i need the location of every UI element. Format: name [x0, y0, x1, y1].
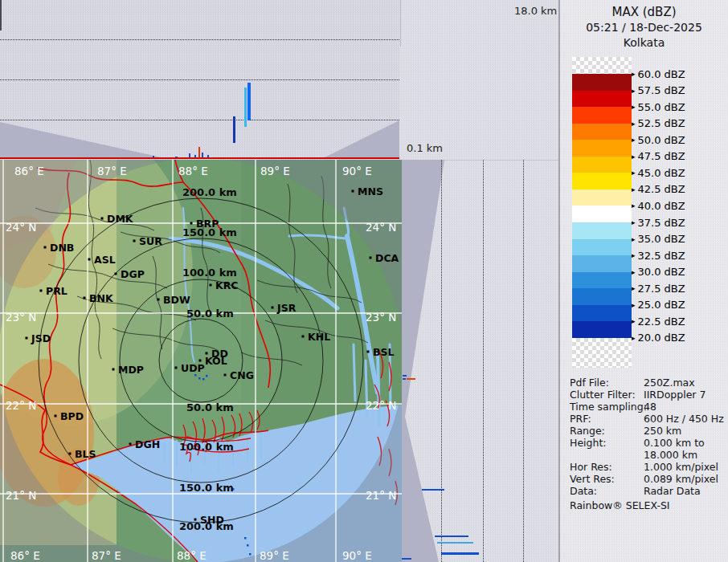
colorbar-label: ▸45.0 dBZ	[632, 166, 685, 179]
graticule-label: 21° N	[366, 489, 396, 502]
profile-baseline	[0, 157, 399, 159]
echo-bar	[403, 375, 407, 377]
colorbar-label: ▸60.0 dBZ	[632, 67, 685, 80]
graticule-label: 86° E	[14, 165, 44, 177]
city-marker	[55, 415, 57, 417]
city-marker	[175, 367, 178, 369]
colorbar-label-text: 60.0 dBZ	[638, 68, 685, 80]
colorbar-label-text: 50.0 dBZ	[638, 134, 685, 146]
city-marker	[26, 337, 28, 340]
colorbar-label-text: 35.0 dBZ	[638, 233, 685, 245]
colorbar-block	[572, 189, 632, 206]
city-label: BDW	[163, 294, 190, 306]
tick-arrow-icon: ▸	[632, 87, 636, 95]
colorbar-label: ▸57.5 dBZ	[632, 84, 685, 97]
city-marker	[88, 259, 91, 261]
city-label: BRP	[196, 218, 219, 230]
metadata-value: 250 km	[644, 425, 681, 437]
metadata-row: Data:Radar Data	[570, 485, 726, 497]
city-marker	[84, 297, 86, 299]
city-marker	[367, 351, 370, 353]
brand-label: Rainbow® SELEX-SI	[570, 499, 670, 511]
city-marker	[272, 307, 274, 309]
colorbar-block	[572, 288, 632, 305]
range-ring-label: 200.0 km	[182, 186, 237, 198]
range-limit-wedge-left	[0, 120, 169, 159]
colorbar-label-text: 57.5 dBZ	[638, 84, 685, 96]
top-height-profile-panel	[0, 0, 399, 160]
metadata-label: Range:	[570, 425, 644, 437]
metadata-label: Pdf File:	[570, 377, 644, 389]
tick-arrow-icon: ▸	[632, 70, 636, 78]
product-datetime: 05:21 / 18-Dec-2025	[560, 21, 728, 34]
echo-bar	[198, 147, 200, 157]
echo-bar	[403, 378, 406, 380]
profile-gridline	[483, 160, 484, 562]
colorbar-label: ▸52.5 dBZ	[632, 117, 685, 130]
metadata-row: Time sampling:48	[570, 401, 726, 413]
colorbar-label-text: 47.5 dBZ	[638, 150, 685, 162]
colorbar-label-text: 25.0 dBZ	[638, 299, 685, 311]
metadata-value: 0.089 km/pixel	[644, 473, 718, 485]
legend-panel: MAX (dBZ) 05:21 / 18-Dec-2025 Kolkata ▸6…	[560, 0, 728, 562]
metadata-row: Height:0.100 km to	[570, 437, 726, 449]
colorbar-label: ▸30.0 dBZ	[632, 266, 685, 279]
metadata-value: Radar Data	[644, 485, 701, 497]
city-marker	[190, 222, 193, 225]
colorbar-block	[572, 321, 632, 338]
height-axis-tick	[0, 0, 2, 31]
graticule-label: 88° E	[178, 165, 208, 177]
city-label: ASL	[94, 254, 116, 266]
colorbar-block	[572, 107, 632, 124]
colorbar-block	[572, 206, 632, 222]
tick-arrow-icon: ▸	[632, 235, 636, 243]
echo-bar	[441, 552, 479, 555]
city-label: MDP	[118, 364, 144, 376]
colorbar-label: ▸47.5 dBZ	[632, 150, 685, 163]
product-title: MAX (dBZ)	[560, 5, 728, 19]
colorbar-label-text: 45.0 dBZ	[638, 167, 685, 179]
metadata-value: 250Z.max	[644, 377, 695, 389]
echo-speck	[202, 378, 205, 381]
colorbar-block	[572, 272, 632, 289]
graticule-label: 22° N	[6, 399, 36, 412]
metadata-value: IIRDoppler 7	[644, 389, 706, 401]
city-label: DMK	[107, 213, 134, 225]
colorbar-label-text: 22.5 dBZ	[638, 316, 685, 328]
city-label: MNS	[358, 185, 383, 198]
metadata-row: Pdf File:250Z.max	[570, 377, 726, 389]
colorbar-block	[572, 239, 632, 256]
colorbar-checker-top	[572, 57, 632, 74]
graticule-label: 88° E	[177, 549, 207, 562]
range-ring-label: 50.0 km	[186, 401, 234, 413]
colorbar-label: ▸50.0 dBZ	[632, 133, 685, 146]
range-limit-wedge-right	[321, 119, 399, 159]
tick-arrow-icon: ▸	[632, 202, 636, 210]
tick-arrow-icon: ▸	[632, 169, 636, 177]
range-ring-label: 50.0 km	[186, 307, 234, 320]
tick-arrow-icon: ▸	[632, 218, 636, 226]
echo-bar	[244, 88, 247, 127]
colorbar-label-text: 37.5 dBZ	[638, 217, 685, 229]
colorbar-label: ▸42.5 dBZ	[632, 183, 685, 196]
echo-speck	[206, 375, 208, 377]
metadata-label: Time sampling:	[570, 401, 644, 413]
city-marker	[133, 240, 136, 242]
graticule-label: 90° E	[342, 165, 372, 177]
city-marker	[370, 257, 372, 259]
metadata-value: 600 Hz / 450 Hz	[644, 413, 724, 425]
city-marker	[302, 336, 305, 338]
radar-map: 200.0 km150.0 km100.0 km50.0 km50.0 km10…	[0, 160, 402, 562]
city-marker	[115, 273, 117, 275]
metadata-value: 1.000 km/pixel	[644, 461, 718, 473]
tick-arrow-icon: ▸	[632, 301, 636, 309]
tick-arrow-icon: ▸	[632, 103, 636, 111]
graticule-label: 86° E	[10, 549, 40, 562]
metadata-value: 48	[644, 401, 656, 413]
metadata-value: 0.100 km to	[644, 437, 705, 449]
graticule-label: 23° N	[366, 311, 396, 324]
city-marker	[194, 519, 197, 521]
profile-gridline	[0, 120, 399, 120]
colorbar-block	[572, 74, 632, 91]
colorbar-block	[572, 173, 632, 189]
